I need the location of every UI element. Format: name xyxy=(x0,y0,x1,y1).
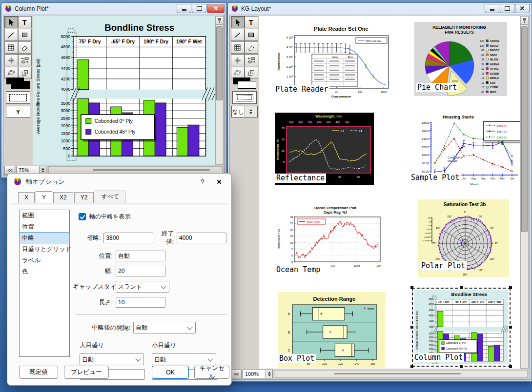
omit-input[interactable] xyxy=(103,233,153,243)
zoom-spinner[interactable] xyxy=(266,370,272,378)
list-item-ticks-grid[interactable]: 目盛りとグリッド xyxy=(20,244,69,255)
cancel-button[interactable]: キャンセル xyxy=(194,366,229,379)
interval-select[interactable]: 自動 xyxy=(133,322,196,333)
kg-window-titlebar[interactable]: KG Layout* xyxy=(228,3,532,14)
tool-target-button[interactable] xyxy=(231,54,245,66)
svg-text:Fluorescence: Fluorescence xyxy=(277,52,280,71)
tool-align-button[interactable] xyxy=(245,54,258,66)
tool-pointer-button[interactable] xyxy=(4,16,18,28)
thumbnail-column-plot[interactable]: Bondline StressAverage Bondline Failure … xyxy=(414,290,508,364)
close-icon[interactable] xyxy=(213,176,225,188)
minimize-icon[interactable] xyxy=(485,4,499,13)
svg-text:Average Bondline Failure Stres: Average Bondline Failure Stress (psi) xyxy=(35,59,41,134)
kg-vertical-scrollbar[interactable] xyxy=(520,16,529,369)
fill-style-swatch[interactable] xyxy=(232,77,257,89)
zoom-value[interactable]: 100% xyxy=(243,371,266,377)
thumbnail-pie-chart[interactable]: RELIABILITY MONITORINGFMA RESULTSBURNOUT… xyxy=(414,22,507,96)
maximize-icon[interactable] xyxy=(192,4,206,13)
width-input[interactable] xyxy=(116,266,165,276)
close-icon[interactable] xyxy=(207,4,225,13)
zoom-value[interactable]: 75% xyxy=(17,167,39,173)
pin-icon[interactable] xyxy=(521,17,528,25)
svg-text:700: 700 xyxy=(307,121,312,124)
ok-button[interactable]: OK xyxy=(152,366,189,379)
selection-handle[interactable] xyxy=(410,326,413,329)
thumbnail-reflectance[interactable]: Wavelength, nm900800700600500400300Refle… xyxy=(275,113,374,185)
end-value-input[interactable] xyxy=(177,233,226,243)
column-vertical-scrollbar[interactable] xyxy=(215,16,224,165)
selection-handle[interactable] xyxy=(410,365,413,368)
pin-icon[interactable] xyxy=(216,17,223,25)
tool-target-button[interactable] xyxy=(4,54,18,66)
dialog-titlebar[interactable]: 軸オプション ? xyxy=(7,174,231,190)
tool-eraser-button[interactable] xyxy=(245,41,258,54)
svg-text:3000: 3000 xyxy=(429,336,434,339)
column-window-titlebar[interactable]: Column Plot* xyxy=(1,3,226,14)
list-item-position[interactable]: 位置 xyxy=(20,221,69,233)
default-button[interactable]: 既定値 xyxy=(19,366,58,379)
major-ticks-select[interactable]: 自動 xyxy=(80,353,144,365)
thumbnail-plate-reader[interactable]: Plate Reader Set OneFluorescence5 10⁵4 1… xyxy=(274,24,400,103)
tool-table-button[interactable] xyxy=(4,41,18,54)
position-input[interactable] xyxy=(116,251,165,261)
tool-table-button[interactable] xyxy=(231,41,245,54)
tool-text-button[interactable]: T xyxy=(18,16,32,28)
bondline-chart[interactable]: Bondline StressAverage Bondline Failure … xyxy=(33,16,215,165)
thumbnail-sample-plot[interactable]: Housing Starts180.0160.0140.0120.0100.08… xyxy=(409,112,527,187)
tab-y2[interactable]: Y2 xyxy=(74,192,94,203)
list-item-color[interactable]: 色 xyxy=(20,266,69,277)
thumbnail-ocean-temp[interactable]: Ocean Temperature PlotCape May, NJTemper… xyxy=(275,203,392,276)
list-item-label[interactable]: ラベル xyxy=(20,255,69,266)
svg-text:4800: 4800 xyxy=(429,303,434,306)
column-plot-page[interactable]: Bondline StressAverage Bondline Failure … xyxy=(33,16,215,165)
svg-text:180°: 180° xyxy=(463,274,468,276)
maximize-icon[interactable] xyxy=(500,4,514,13)
tool-line-button[interactable] xyxy=(231,29,245,41)
preview-button[interactable]: プレビュー xyxy=(64,366,109,379)
thumbnail-polar-plot[interactable]: Saturation Test 3b0°30°60°90°120°150°180… xyxy=(418,199,509,277)
show-axis-break-checkbox[interactable] xyxy=(79,213,86,220)
tool-text-button[interactable]: T xyxy=(245,16,258,28)
list-item-range[interactable]: 範囲 xyxy=(20,210,69,221)
thumbnail-label: Box Plot xyxy=(278,354,316,363)
plot-frame-button[interactable] xyxy=(6,91,30,104)
tool-line-button[interactable] xyxy=(4,29,18,41)
line-style-button[interactable] xyxy=(232,91,257,104)
svg-text:Cape May, NJ: Cape May, NJ xyxy=(324,210,347,215)
tab-all[interactable]: すべて xyxy=(95,191,125,203)
style-dropdown[interactable]: なし xyxy=(231,106,258,118)
tool-rectangle-button[interactable] xyxy=(18,29,32,41)
tool-align-button[interactable] xyxy=(18,54,32,66)
tab-x[interactable]: X xyxy=(18,192,35,203)
selection-handle[interactable] xyxy=(460,365,463,368)
minor-ticks-select[interactable]: 自動 xyxy=(152,353,216,365)
minimize-icon[interactable] xyxy=(177,4,191,13)
kg-layout-canvas[interactable]: Plate Reader Set OneFluorescence5 10⁵4 1… xyxy=(259,16,520,369)
axis-selector-button[interactable]: Y xyxy=(6,106,30,118)
svg-text:30: 30 xyxy=(338,176,341,178)
zoom-out-button[interactable]: << xyxy=(231,370,242,378)
fill-style-swatch[interactable] xyxy=(5,77,31,89)
svg-text:MISC: MISC xyxy=(490,91,496,94)
selection-handle[interactable] xyxy=(509,286,512,289)
svg-text:5: 5 xyxy=(291,248,293,251)
selection-handle[interactable] xyxy=(460,286,463,289)
svg-text:2 10⁵: 2 10⁵ xyxy=(286,65,293,68)
gap-style-select[interactable]: スラント xyxy=(116,281,169,293)
tool-rectangle-button[interactable] xyxy=(245,29,258,41)
selection-handle[interactable] xyxy=(410,286,413,289)
tab-y[interactable]: Y xyxy=(36,191,52,203)
tool-eraser-button[interactable] xyxy=(18,41,32,54)
tool-pointer-button[interactable] xyxy=(231,16,245,28)
kg-horizontal-scrollbar[interactable] xyxy=(275,370,528,378)
tab-x2[interactable]: X2 xyxy=(53,192,73,203)
thumbnail-box-plot[interactable]: Detection RangeABC80100120140160Mean Box… xyxy=(278,292,386,368)
selection-handle[interactable] xyxy=(509,326,512,329)
close-icon[interactable] xyxy=(515,4,530,13)
list-item-break[interactable]: 中略 xyxy=(20,233,69,244)
svg-text:60.00: 60.00 xyxy=(422,170,430,173)
svg-text:Cobonded 45° Ply: Cobonded 45° Ply xyxy=(95,129,136,135)
selection-handle[interactable] xyxy=(509,365,512,368)
length-input[interactable] xyxy=(116,297,165,308)
help-icon[interactable]: ? xyxy=(196,176,209,188)
